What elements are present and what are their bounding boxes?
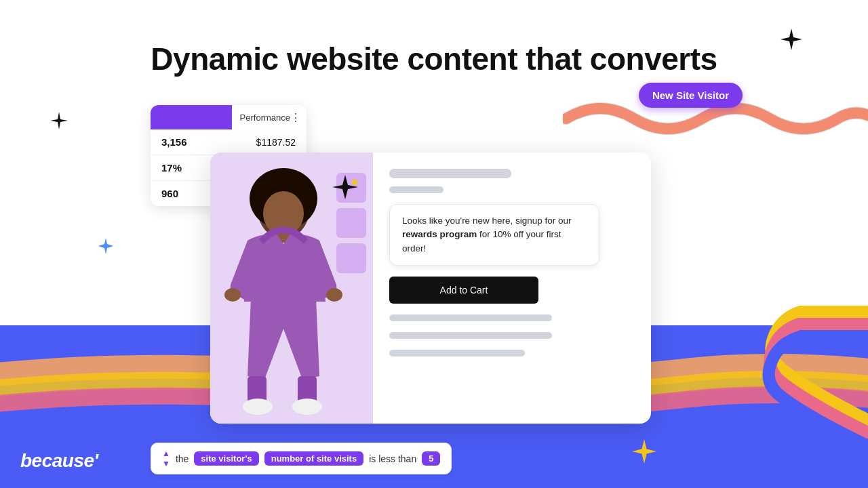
svg-point-10	[243, 399, 273, 415]
product-subtitle-bar	[389, 186, 443, 193]
svg-point-6	[224, 288, 241, 302]
arrow-down[interactable]: ▼	[162, 459, 170, 468]
page-title: Dynamic website content that converts	[0, 41, 868, 77]
product-info-section: Looks like you're new here, signup for o…	[373, 152, 651, 424]
thumb-2[interactable]	[336, 208, 366, 238]
message-bubble: Looks like you're new here, signup for o…	[389, 204, 599, 266]
svg-point-7	[326, 288, 342, 302]
add-to-cart-button[interactable]: Add to Cart	[389, 277, 538, 304]
perf-row-1: 3,156 $1187.52	[151, 129, 307, 155]
new-visitor-badge: New Site Visitor	[639, 83, 743, 108]
desc-bar-3	[389, 350, 525, 357]
condition-arrows[interactable]: ▲ ▼	[162, 449, 170, 468]
perf-count: 3,156	[161, 136, 187, 148]
condition-prefix: the	[176, 453, 189, 464]
performance-label: Performance	[240, 113, 290, 123]
sparkle-top-right	[779, 27, 804, 52]
svg-point-12	[352, 180, 357, 185]
product-card: Looks like you're new here, signup for o…	[210, 152, 651, 424]
product-title-bar	[389, 169, 511, 178]
performance-dots[interactable]: ⋮	[290, 111, 301, 124]
condition-middle: is less than	[369, 453, 416, 464]
product-sparkle	[331, 173, 359, 204]
thumb-3[interactable]	[336, 243, 366, 273]
bubble-text-before: Looks like you're new here, signup for o…	[402, 216, 571, 226]
product-image-section	[210, 152, 373, 424]
arrow-up[interactable]: ▲	[162, 449, 170, 458]
condition-value[interactable]: 5	[422, 451, 440, 466]
perf-count-2: 960	[161, 188, 178, 199]
condition-tag-2[interactable]: number of site visits	[264, 451, 363, 466]
svg-point-11	[292, 399, 322, 415]
right-curves-decoration	[665, 285, 868, 488]
sparkle-left-mid	[97, 237, 115, 255]
desc-bar-1	[389, 314, 552, 321]
gold-star-sparkle	[631, 438, 658, 468]
condition-tag-1[interactable]: site visitor's	[194, 451, 258, 466]
bubble-bold: rewards program	[402, 229, 477, 239]
perf-amount: $1187.52	[256, 137, 296, 148]
because-logo: because'	[20, 450, 98, 472]
condition-bar: ▲ ▼ the site visitor's number of site vi…	[151, 443, 452, 474]
perf-percent: 17%	[161, 162, 182, 174]
sparkle-left	[49, 110, 69, 131]
desc-bar-2	[389, 332, 552, 339]
